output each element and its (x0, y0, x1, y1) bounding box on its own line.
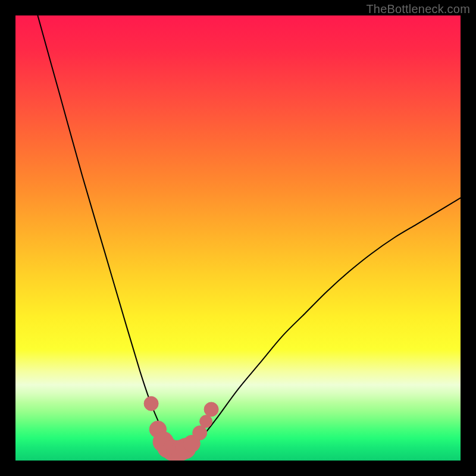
curve-marker (200, 415, 212, 428)
watermark-text: TheBottleneck.com (366, 2, 470, 16)
curve-markers (144, 396, 218, 461)
chart-svg (15, 15, 461, 461)
outer-frame: TheBottleneck.com (0, 0, 476, 476)
curve-marker (193, 426, 207, 440)
curve-marker (144, 396, 158, 411)
curve-marker (204, 402, 218, 416)
plot-area (15, 15, 461, 461)
bottleneck-curve (37, 15, 461, 451)
